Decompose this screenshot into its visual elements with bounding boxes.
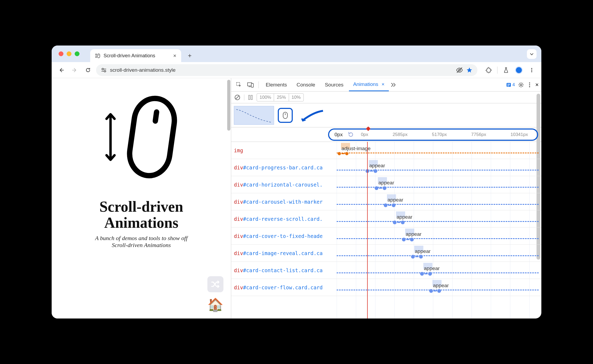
svg-rect-11 (127, 96, 177, 178)
home-button[interactable]: 🏠 (207, 297, 223, 313)
keyframe-group[interactable]: appear (393, 214, 412, 224)
tab-sources[interactable]: Sources (321, 78, 348, 91)
keyframe-icon[interactable] (420, 272, 424, 276)
site-settings-icon[interactable] (101, 68, 107, 73)
svg-line-26 (236, 96, 239, 99)
bookmark-star-icon[interactable] (466, 67, 473, 73)
issues-icon[interactable]: 4 (506, 82, 515, 88)
keyframe-icon[interactable] (411, 255, 415, 259)
track-selector-label: div#card-image-reveal.card.ca (231, 250, 337, 256)
keyframe-icon[interactable] (428, 272, 432, 276)
back-button[interactable] (56, 65, 67, 75)
keyframe-icon[interactable] (393, 221, 397, 224)
keyframe-group[interactable]: appear (366, 163, 385, 173)
svg-rect-29 (283, 112, 287, 119)
close-devtools-icon[interactable]: × (535, 81, 539, 88)
tab-console[interactable]: Console (292, 78, 320, 91)
extensions-icon[interactable] (483, 65, 494, 75)
ruler-content: 0px 0px 2585px 5170px 7756px 10341px (330, 131, 541, 138)
settings-gear-icon[interactable] (518, 82, 524, 88)
pause-icon[interactable] (248, 95, 253, 100)
capture-thumbnail[interactable] (234, 106, 274, 125)
more-tabs-icon[interactable] (390, 78, 397, 91)
close-window-icon[interactable] (59, 51, 63, 56)
timeline-ruler[interactable]: 0px 0px 2585px 5170px 7756px 10341px (231, 127, 541, 142)
labs-icon[interactable] (501, 65, 511, 75)
animation-track-row[interactable]: div#card-contact-list.card.caappear (231, 262, 541, 279)
shuffle-button[interactable] (207, 276, 223, 292)
keyframe-icon[interactable] (437, 289, 441, 293)
keyframe-group[interactable]: appear (402, 231, 421, 241)
animation-name-label: appear (369, 163, 385, 169)
new-tab-button[interactable]: + (184, 50, 196, 62)
playhead-marker-icon[interactable] (366, 127, 370, 131)
keyframe-icon[interactable] (338, 152, 341, 155)
address-bar[interactable]: scroll-driven-animations.style (96, 64, 477, 76)
keyframe-icon[interactable] (401, 221, 405, 224)
speed-25[interactable]: 25% (274, 94, 289, 101)
keyframe-group[interactable]: appear (384, 197, 403, 207)
menu-icon[interactable] (526, 65, 537, 75)
keyframe-group[interactable]: appear (429, 283, 449, 293)
track-selector-label: div#card-carousel-with-marker (231, 199, 337, 205)
tab-animations[interactable]: Animations × (349, 78, 389, 91)
close-panel-icon[interactable]: × (382, 81, 385, 87)
window-controls (59, 51, 79, 56)
animation-track-row[interactable]: div#card-image-reveal.card.caappear (231, 245, 541, 262)
keyframe-icon[interactable] (410, 238, 414, 241)
ruler-ticks: 0px 2585px 5170px 7756px 10341px (359, 132, 541, 137)
browser-tab[interactable]: Scroll-driven Animations × (90, 49, 181, 62)
speed-100[interactable]: 100% (257, 94, 274, 101)
tab-elements[interactable]: Elements (261, 78, 291, 91)
scroll-capture-icon[interactable] (278, 108, 293, 123)
track-selector-label: div#card-horizontal-carousel. (231, 182, 337, 188)
animation-track-row[interactable]: div#card-cover-to-fixed-headeappear (231, 228, 541, 245)
forward-button[interactable] (69, 65, 80, 75)
animation-track-row[interactable]: div#card-carousel-with-markerappear (231, 193, 541, 210)
keyframe-group[interactable]: adjust-image (338, 146, 371, 155)
animation-track-row[interactable]: div#card-horizontal-carousel.appear (231, 176, 541, 193)
track-selector-label: div#card-cover-to-fixed-heade (231, 233, 337, 239)
track-selector-label: img (231, 147, 337, 153)
profile-avatar[interactable] (514, 65, 524, 75)
track-selector-label: div#card-contact-list.card.ca (231, 267, 337, 273)
keyframe-icon[interactable] (345, 152, 348, 155)
page-scrollbar[interactable] (227, 80, 230, 131)
animation-track-row[interactable]: div#card-cover-flow.card.cardappear (231, 279, 541, 296)
ruler-tick: 7756px (471, 132, 486, 137)
animation-track-row[interactable]: div#card-reverse-scroll.card.appear (231, 210, 541, 228)
keyframe-icon[interactable] (375, 186, 378, 190)
clear-icon[interactable] (234, 94, 240, 100)
capture-strip (231, 103, 541, 127)
keyframe-group[interactable]: appear (411, 248, 431, 259)
animations-toolbar: 100% 25% 10% (231, 92, 541, 103)
eye-off-icon[interactable] (456, 67, 463, 73)
keyframe-icon[interactable] (392, 203, 396, 207)
animation-track-row[interactable]: div#card-progress-bar.card.caappear (231, 159, 541, 176)
inspect-icon[interactable] (234, 78, 244, 91)
tab-overflow-button[interactable] (527, 49, 537, 59)
keyframe-icon[interactable] (383, 186, 386, 190)
animation-track-row[interactable]: imgadjust-image (231, 142, 541, 159)
replay-icon[interactable] (348, 131, 354, 138)
maximize-window-icon[interactable] (75, 51, 79, 56)
minimize-window-icon[interactable] (67, 51, 71, 56)
svg-point-3 (102, 68, 104, 70)
playhead-line[interactable] (367, 142, 368, 318)
animation-name-label: appear (378, 180, 394, 186)
keyframe-group[interactable]: appear (420, 266, 440, 276)
keyframe-icon[interactable] (429, 289, 433, 293)
speed-10[interactable]: 10% (289, 94, 303, 101)
keyframe-icon[interactable] (384, 203, 387, 207)
reload-button[interactable] (83, 65, 93, 75)
keyframe-group[interactable]: appear (375, 180, 394, 190)
annotation-arrow-icon (300, 108, 324, 123)
keyframe-icon[interactable] (374, 169, 377, 173)
keyframe-icon[interactable] (402, 238, 406, 241)
device-icon[interactable] (245, 78, 256, 91)
keyframe-icon[interactable] (419, 255, 423, 259)
tab-close-icon[interactable]: × (173, 53, 176, 59)
browser-toolbar: scroll-driven-animations.style (52, 62, 541, 78)
kebab-menu-icon[interactable] (527, 82, 532, 88)
divider (244, 94, 244, 100)
